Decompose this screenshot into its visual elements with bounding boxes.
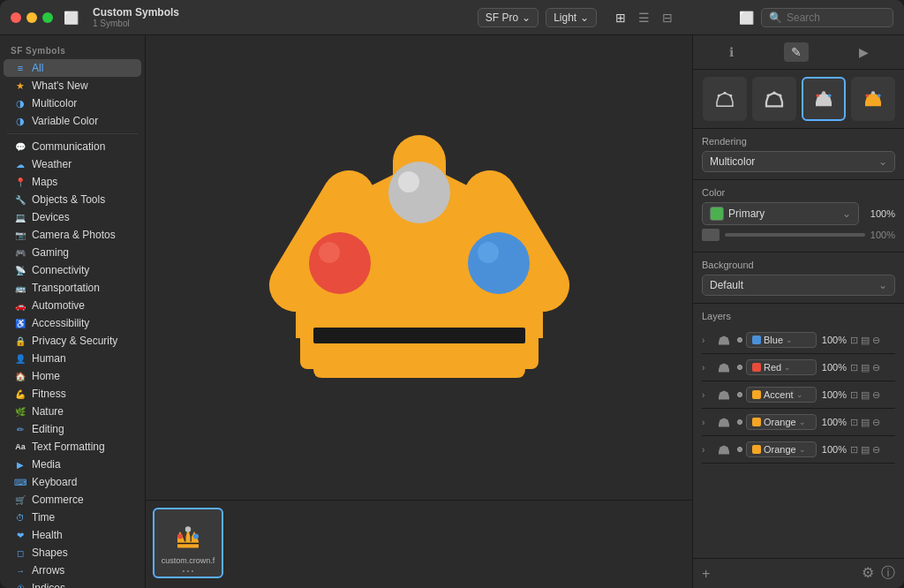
layer-orange2-pct: 100%	[820, 444, 847, 455]
sidebar-item-privacy-security[interactable]: 🔒 Privacy & Security	[4, 332, 141, 350]
detail-view-button[interactable]: ⊟	[658, 9, 677, 26]
layers-info-button[interactable]: ⓘ	[881, 564, 895, 583]
layer-orange1-copy[interactable]: ⊡	[850, 417, 858, 428]
layer-red-color-select[interactable]: Red ⌄	[746, 359, 817, 375]
primary-color-select[interactable]: Primary ⌄	[702, 202, 859, 225]
sidebar-item-home[interactable]: 🏠 Home	[4, 367, 141, 385]
layer-blue-copy[interactable]: ⊡	[850, 335, 858, 346]
layer-orange2-copy[interactable]: ⊡	[850, 444, 858, 456]
sidebar-item-camera-photos[interactable]: 📷 Camera & Photos	[4, 226, 141, 244]
traffic-lights	[11, 12, 53, 23]
layer-blue-remove[interactable]: ⊖	[872, 335, 880, 346]
gaming-icon: 🎮	[14, 246, 26, 259]
sidebar-item-nature[interactable]: 🌿 Nature	[4, 403, 141, 420]
symbol-thumbnail-custom-crown[interactable]: custom.crown.f • • •	[153, 508, 223, 578]
svg-point-20	[779, 94, 781, 97]
sidebar-item-all[interactable]: ≡ All	[4, 59, 141, 77]
sidebar-toggle[interactable]: ⬜	[64, 11, 79, 25]
tab-render[interactable]: ✎	[784, 42, 809, 62]
layer-accent-template[interactable]: ▤	[861, 389, 870, 401]
layer-red-dot	[737, 365, 742, 370]
rendering-select[interactable]: Multicolor ⌄	[702, 151, 895, 172]
keyboard-icon: ⌨	[14, 476, 26, 488]
maximize-button[interactable]	[42, 12, 53, 23]
layer-orange2-expand[interactable]: ›	[702, 445, 711, 455]
sidebar-item-maps[interactable]: 📍 Maps	[4, 173, 141, 191]
sidebar-item-fitness[interactable]: 💪 Fitness	[4, 385, 141, 403]
title-section: Custom Symbols 1 Symbol	[93, 6, 416, 28]
layer-orange1-icons: ⊡ ▤ ⊖	[850, 417, 880, 428]
layer-orange1-template[interactable]: ▤	[861, 417, 870, 428]
layer-orange1-color-select[interactable]: Orange ⌄	[746, 414, 817, 430]
search-box[interactable]: 🔍	[761, 8, 893, 27]
sidebar-item-commerce[interactable]: 🛒 Commerce	[4, 491, 141, 509]
list-view-button[interactable]: ☰	[634, 9, 654, 26]
sidebar-item-multicolor[interactable]: ◑ Multicolor	[4, 94, 141, 112]
layer-orange1-remove[interactable]: ⊖	[872, 417, 880, 428]
minimize-button[interactable]	[26, 12, 37, 23]
sidebar-item-media[interactable]: ▶ Media	[4, 456, 141, 473]
layer-red-copy[interactable]: ⊡	[850, 362, 858, 373]
layer-accent-copy[interactable]: ⊡	[850, 389, 858, 401]
sidebar-item-editing[interactable]: ✏ Editing	[4, 420, 141, 438]
sidebar-item-label: Health	[32, 529, 63, 541]
layer-blue-color-select[interactable]: Blue ⌄	[746, 332, 817, 348]
sidebar-item-health[interactable]: ❤ Health	[4, 526, 141, 544]
weight-variants	[693, 70, 904, 129]
sidebar-item-accessibility[interactable]: ♿ Accessibility	[4, 314, 141, 332]
sidebar-item-whats-new[interactable]: ★ What's New	[4, 77, 141, 94]
add-layer-button[interactable]: +	[702, 566, 710, 582]
font-family-select[interactable]: SF Pro ⌄	[478, 8, 539, 27]
layer-accent-color-select[interactable]: Accent ⌄	[746, 387, 817, 403]
sidebar-item-devices[interactable]: 💻 Devices	[4, 208, 141, 226]
weight-color[interactable]	[851, 77, 895, 121]
layer-accent-expand[interactable]: ›	[702, 390, 711, 400]
layer-red-template[interactable]: ▤	[861, 362, 870, 373]
secondary-color-icon	[702, 229, 719, 241]
sidebar-item-label: Communication	[32, 140, 105, 153]
sidebar-item-label: Media	[32, 458, 61, 471]
secondary-color-slider[interactable]	[725, 233, 865, 237]
layer-red-remove[interactable]: ⊖	[872, 362, 880, 373]
arrows-icon: →	[14, 564, 26, 577]
sidebar-item-keyboard[interactable]: ⌨ Keyboard	[4, 473, 141, 491]
weight-regular[interactable]	[752, 77, 796, 121]
sidebar-item-human[interactable]: 👤 Human	[4, 350, 141, 367]
layer-orange1-expand[interactable]: ›	[702, 418, 711, 427]
layer-orange2-dot	[737, 447, 742, 452]
layer-orange2-label: Orange	[764, 444, 796, 455]
sidebar-item-shapes[interactable]: ◻ Shapes	[4, 544, 141, 562]
layer-accent-swatch	[752, 390, 761, 399]
sidebar-item-transportation[interactable]: 🚌 Transportation	[4, 279, 141, 297]
layer-orange2-remove[interactable]: ⊖	[872, 444, 880, 456]
weight-bold[interactable]	[802, 77, 846, 121]
sidebar-item-arrows[interactable]: → Arrows	[4, 562, 141, 579]
grid-view-button[interactable]: ⊞	[611, 9, 630, 26]
search-input[interactable]	[787, 11, 893, 24]
close-button[interactable]	[11, 12, 21, 23]
layer-blue-expand[interactable]: ›	[702, 335, 711, 345]
layer-orange2-template[interactable]: ▤	[861, 444, 870, 456]
sidebar-item-text-formatting[interactable]: Aa Text Formatting	[4, 438, 141, 456]
layer-orange1-thumb	[714, 412, 734, 432]
background-select[interactable]: Default ⌄	[702, 275, 895, 296]
sidebar-item-indices[interactable]: ① Indices	[4, 579, 141, 588]
sidebar-item-connectivity[interactable]: 📡 Connectivity	[4, 261, 141, 279]
layers-settings-button[interactable]: ⚙	[862, 564, 874, 583]
layer-red-expand[interactable]: ›	[702, 363, 711, 373]
layer-blue-template[interactable]: ▤	[861, 335, 870, 346]
layer-orange2-color-select[interactable]: Orange ⌄	[746, 441, 817, 457]
sidebar-item-gaming[interactable]: 🎮 Gaming	[4, 244, 141, 261]
sidebar-item-objects-tools[interactable]: 🔧 Objects & Tools	[4, 191, 141, 208]
sidebar-item-time[interactable]: ⏱ Time	[4, 509, 141, 526]
weight-thin[interactable]	[703, 77, 747, 121]
sidebar-item-variable-color[interactable]: ◑ Variable Color	[4, 112, 141, 130]
layer-accent-remove[interactable]: ⊖	[872, 389, 880, 401]
sidebar-item-weather[interactable]: ☁ Weather	[4, 155, 141, 173]
sidebar-item-automotive[interactable]: 🚗 Automotive	[4, 297, 141, 314]
tab-info[interactable]: ℹ	[722, 42, 741, 62]
font-weight-select[interactable]: Light ⌄	[546, 8, 597, 27]
sidebar-item-communication[interactable]: 💬 Communication	[4, 138, 141, 155]
right-sidebar-toggle-icon[interactable]: ⬜	[739, 11, 754, 25]
tab-play[interactable]: ▶	[852, 42, 876, 62]
